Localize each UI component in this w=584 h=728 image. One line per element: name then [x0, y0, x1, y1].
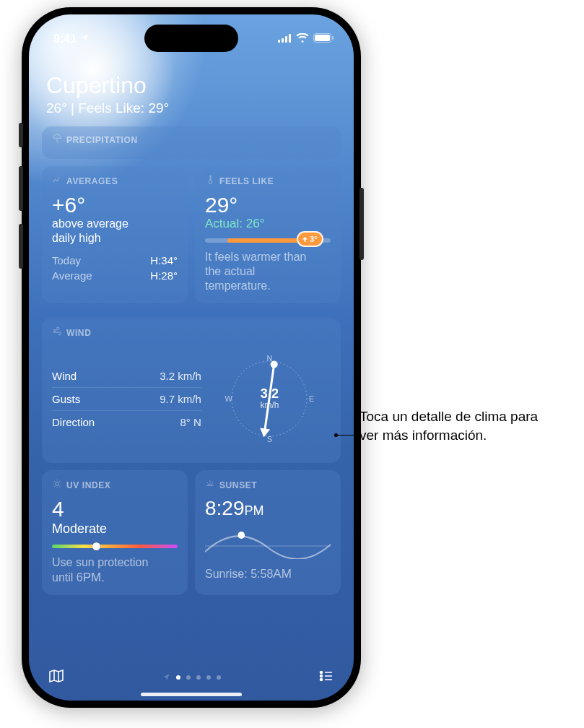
uv-value: 4 [52, 497, 178, 521]
averages-desc-1: above average [52, 217, 178, 231]
direction-value: 8° N [180, 416, 201, 428]
compass-n: N [266, 354, 272, 363]
gusts-label: Gusts [52, 393, 80, 405]
card-title: FEELS LIKE [219, 176, 274, 186]
feels-like-temp: 29° [205, 193, 331, 217]
wind-card[interactable]: WIND Wind 3.2 km/h Gusts 9.7 km/h Di [42, 318, 341, 463]
card-title: UV INDEX [66, 480, 110, 490]
svg-point-13 [321, 672, 323, 674]
card-title: WIND [66, 328, 91, 338]
averages-delta: +6° [52, 193, 178, 217]
today-label: Today [52, 254, 81, 266]
precipitation-card[interactable]: PRECIPITATION [42, 126, 341, 159]
volume-up-button [19, 166, 23, 211]
direction-label: Direction [52, 416, 95, 428]
actual-label: Actual: [205, 217, 243, 230]
delta-value: 3° [310, 235, 318, 243]
volume-down-button [19, 224, 23, 269]
average-label: Average [52, 269, 92, 282]
bottom-toolbar [29, 667, 354, 688]
dynamic-island [144, 25, 238, 52]
page-dot [176, 675, 180, 680]
svg-point-15 [321, 679, 323, 681]
compass-e: E [309, 394, 314, 403]
feels-desc-1: It feels warmer than [205, 250, 331, 264]
svg-rect-5 [315, 35, 330, 41]
sunrise-time: 5:58 [250, 568, 273, 580]
location-header[interactable]: Cupertino 26° | Feels Like: 29° [29, 51, 354, 126]
sunset-time: 8:29PM [205, 497, 331, 520]
delta-badge: 3° [297, 231, 323, 247]
uv-bar [52, 545, 178, 548]
uv-level: Moderate [52, 521, 178, 537]
callout-leader [336, 435, 362, 436]
compass-w: W [225, 394, 232, 403]
card-title: SUNSET [219, 480, 257, 490]
feels-like-bar: 3° [205, 238, 331, 243]
feels-value: 29° [148, 100, 169, 116]
location-arrow-icon [80, 32, 90, 46]
feels-desc-3: temperature. [205, 279, 331, 293]
home-indicator[interactable] [141, 693, 242, 696]
city-name: Cupertino [46, 72, 336, 99]
compass-speed: 3.2 [260, 387, 279, 400]
feels-like-card[interactable]: FEELS LIKE 29° Actual: 26° 3° It [195, 166, 341, 303]
temp-summary: 26° | Feels Like: 29° [46, 100, 336, 116]
actual-value: 26° [246, 217, 265, 230]
sunset-icon [205, 479, 215, 491]
uv-desc-1: Use sun protection [52, 555, 178, 570]
svg-rect-6 [332, 36, 334, 40]
gusts-value: 9.7 km/h [160, 393, 201, 405]
location-page-dot [162, 671, 170, 684]
svg-point-14 [321, 675, 323, 677]
silent-switch [19, 123, 23, 147]
card-title: PRECIPITATION [66, 135, 138, 145]
phone-frame: 9:41 [22, 7, 361, 708]
sun-icon [52, 479, 62, 491]
separator: | [67, 100, 79, 116]
card-title: AVERAGES [66, 176, 118, 186]
wind-compass: N S E W 3.2 km/h [209, 344, 331, 453]
current-temp: 26° [46, 100, 67, 116]
svg-rect-3 [289, 34, 291, 43]
uv-marker [92, 542, 100, 550]
feels-desc-2: the actual [205, 264, 331, 279]
svg-rect-0 [278, 40, 280, 43]
compass-unit: km/h [260, 400, 279, 410]
page-dot [196, 675, 201, 680]
screen: 9:41 [29, 14, 354, 701]
wifi-icon [296, 32, 309, 46]
feels-label: Feels Like: [78, 100, 144, 116]
uv-desc-2: until 6PM. [52, 570, 178, 585]
power-button [359, 188, 364, 260]
averages-card[interactable]: AVERAGES +6° above average daily high To… [42, 166, 188, 303]
page-dot [217, 675, 221, 680]
thermometer-icon [205, 175, 215, 187]
compass-s: S [267, 435, 272, 443]
averages-desc-2: daily high [52, 231, 178, 246]
sunset-card[interactable]: SUNSET 8:29PM Sunrise: 5:58 [195, 470, 341, 595]
page-indicator[interactable] [162, 671, 221, 684]
status-time: 9:41 [53, 32, 77, 46]
svg-rect-1 [282, 38, 284, 43]
chart-icon [52, 175, 62, 187]
page-dot [206, 675, 211, 680]
svg-point-12 [237, 532, 245, 539]
umbrella-icon [52, 134, 62, 146]
svg-point-10 [56, 482, 59, 486]
sunrise-line: Sunrise: 5:58AM [205, 566, 331, 581]
uv-index-card[interactable]: UV INDEX 4 Moderate Use sun protection u… [42, 470, 188, 595]
page-dot [186, 675, 191, 680]
actual-temp-line: Actual: 26° [205, 217, 331, 231]
battery-icon [313, 32, 334, 46]
list-button[interactable] [318, 667, 335, 688]
sun-path [205, 524, 331, 559]
today-high: H:34° [150, 254, 178, 266]
callout-text: Toca un detalle de clima para ver más in… [359, 407, 540, 444]
svg-rect-2 [285, 36, 287, 43]
map-button[interactable] [48, 667, 65, 688]
wind-speed-label: Wind [52, 370, 77, 382]
cellular-icon [278, 32, 292, 46]
sunrise-ampm: AM [273, 567, 292, 581]
sunrise-label: Sunrise: [205, 568, 248, 580]
